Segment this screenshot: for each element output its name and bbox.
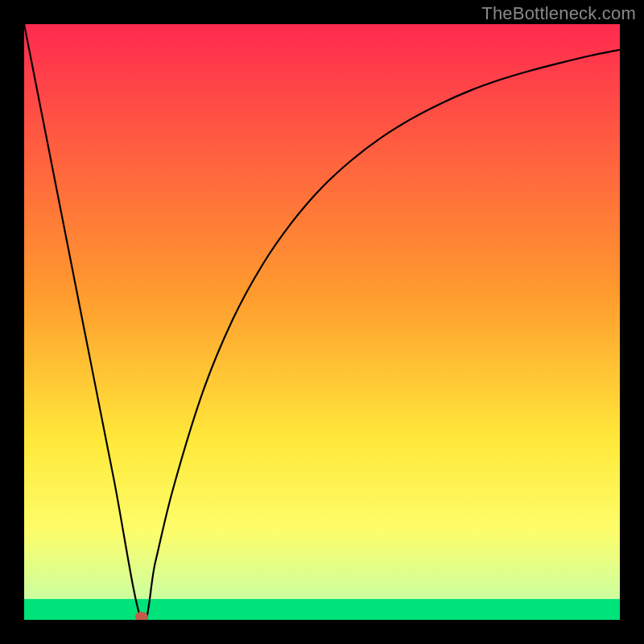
- chart-background-gradient: [24, 24, 620, 620]
- chart-frame: TheBottleneck.com: [0, 0, 644, 644]
- watermark-text: TheBottleneck.com: [481, 3, 636, 24]
- chart-bottom-band: [24, 599, 620, 620]
- chart-plot-area: [24, 24, 620, 620]
- chart-svg: [24, 24, 620, 620]
